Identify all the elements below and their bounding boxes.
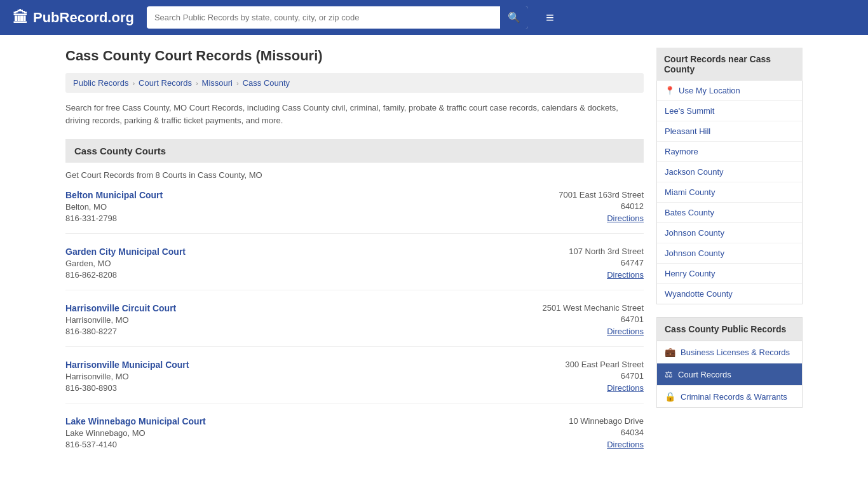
search-input[interactable] <box>147 8 500 27</box>
site-header: 🏛 PubRecord.org 🔍 ≡ <box>0 0 868 35</box>
court-city-2: Harrisonville, MO <box>65 315 517 325</box>
logo-text: PubRecord.org <box>33 10 134 26</box>
court-city-0: Belton, MO <box>65 202 517 212</box>
pubrecords-business[interactable]: 💼 Business Licenses & Records <box>657 341 802 363</box>
use-location-link[interactable]: Use My Location <box>679 86 740 95</box>
court-entry: Belton Municipal Court Belton, MO 816-33… <box>65 190 644 234</box>
court-address-1: 107 North 3rd Street <box>517 247 644 256</box>
nearby-wyandotte-county[interactable]: Wyandotte County <box>657 284 802 304</box>
page-description: Search for free Cass County, MO Court Re… <box>65 102 644 126</box>
nearby-pleasant-hill[interactable]: Pleasant Hill <box>657 121 802 142</box>
breadcrumb-public-records[interactable]: Public Records <box>73 78 128 88</box>
court-entry: Garden City Municipal Court Garden, MO 8… <box>65 247 644 290</box>
search-icon: 🔍 <box>508 12 520 23</box>
pubrecords-court[interactable]: ⚖ Court Records <box>657 363 802 386</box>
nearby-list: 📍 Use My Location Lee's Summit Pleasant … <box>656 81 803 304</box>
criminal-link[interactable]: Criminal Records & Warrants <box>681 392 787 402</box>
court-link[interactable]: Court Records <box>678 370 731 379</box>
court-address-3: 300 East Pearl Street <box>517 360 644 369</box>
court-zip-3: 64701 <box>517 371 644 381</box>
nearby-johnson-county-2[interactable]: Johnson County <box>657 243 802 264</box>
pubrecords-criminal[interactable]: 🔒 Criminal Records & Warrants <box>657 386 802 407</box>
court-right-2: 2501 West Mechanic Street 64701 Directio… <box>517 303 644 336</box>
nearby-lees-summit[interactable]: Lee's Summit <box>657 101 802 121</box>
business-icon: 💼 <box>665 347 675 357</box>
court-left-0: Belton Municipal Court Belton, MO 816-33… <box>65 190 517 223</box>
nearby-bates-county[interactable]: Bates County <box>657 203 802 223</box>
court-entry: Lake Winnebago Municipal Court Lake Winn… <box>65 416 644 459</box>
logo[interactable]: 🏛 PubRecord.org <box>13 9 134 27</box>
court-address-4: 10 Winnebago Drive <box>517 416 644 426</box>
search-button[interactable]: 🔍 <box>500 6 528 29</box>
nearby-johnson-county-1[interactable]: Johnson County <box>657 223 802 243</box>
court-left-1: Garden City Municipal Court Garden, MO 8… <box>65 247 517 280</box>
court-name-4[interactable]: Lake Winnebago Municipal Court <box>65 416 517 426</box>
court-phone-3: 816-380-8903 <box>65 383 517 393</box>
nearby-henry-county[interactable]: Henry County <box>657 264 802 284</box>
section-header: Cass County Courts <box>65 139 644 163</box>
court-directions-1[interactable]: Directions <box>607 270 644 280</box>
nearby-jackson-county[interactable]: Jackson County <box>657 162 802 182</box>
court-right-0: 7001 East 163rd Street 64012 Directions <box>517 190 644 223</box>
court-directions-2[interactable]: Directions <box>607 327 644 336</box>
court-name-1[interactable]: Garden City Municipal Court <box>65 247 517 257</box>
court-city-4: Lake Winnebago, MO <box>65 428 517 438</box>
court-name-2[interactable]: Harrisonville Circuit Court <box>65 303 517 313</box>
public-records-box: Cass County Public Records 💼 Business Li… <box>656 317 803 408</box>
court-address-2: 2501 West Mechanic Street <box>517 303 644 313</box>
court-zip-0: 64012 <box>517 201 644 211</box>
court-right-1: 107 North 3rd Street 64747 Directions <box>517 247 644 280</box>
business-link[interactable]: Business Licenses & Records <box>681 348 790 357</box>
court-directions-4[interactable]: Directions <box>607 440 644 449</box>
court-icon: ⚖ <box>665 369 673 379</box>
breadcrumb-missouri[interactable]: Missouri <box>202 78 233 88</box>
court-phone-0: 816-331-2798 <box>65 214 517 223</box>
location-pin-icon: 📍 <box>665 86 675 95</box>
breadcrumb-sep-3: › <box>236 79 239 87</box>
nearby-miami-county[interactable]: Miami County <box>657 182 802 203</box>
court-right-4: 10 Winnebago Drive 64034 Directions <box>517 416 644 449</box>
court-name-3[interactable]: Harrisonville Municipal Court <box>65 360 517 370</box>
criminal-icon: 🔒 <box>665 391 675 402</box>
court-zip-2: 64701 <box>517 315 644 324</box>
court-phone-1: 816-862-8208 <box>65 270 517 280</box>
court-address-0: 7001 East 163rd Street <box>517 190 644 200</box>
court-zip-4: 64034 <box>517 428 644 437</box>
use-location-item[interactable]: 📍 Use My Location <box>657 81 802 101</box>
breadcrumb-sep-2: › <box>196 79 198 87</box>
main-container: Cass County Court Records (Missouri) Pub… <box>53 35 815 485</box>
nearby-box: Court Records near Cass County 📍 Use My … <box>656 48 803 304</box>
courts-count: Get Court Records from 8 Courts in Cass … <box>65 170 644 180</box>
page-title: Cass County Court Records (Missouri) <box>65 48 644 64</box>
court-entry: Harrisonville Circuit Court Harrisonvill… <box>65 303 644 347</box>
court-phone-4: 816-537-4140 <box>65 440 517 449</box>
search-bar: 🔍 <box>147 6 528 29</box>
menu-icon: ≡ <box>546 10 554 25</box>
court-phone-2: 816-380-8227 <box>65 327 517 336</box>
nearby-header: Court Records near Cass County <box>656 48 803 81</box>
sidebar: Court Records near Cass County 📍 Use My … <box>656 48 803 472</box>
court-left-2: Harrisonville Circuit Court Harrisonvill… <box>65 303 517 336</box>
content-area: Cass County Court Records (Missouri) Pub… <box>65 48 644 472</box>
court-city-1: Garden, MO <box>65 259 517 268</box>
court-name-0[interactable]: Belton Municipal Court <box>65 190 517 200</box>
breadcrumb-sep-1: › <box>132 79 135 87</box>
public-records-header: Cass County Public Records <box>657 318 802 341</box>
breadcrumb: Public Records › Court Records › Missour… <box>65 73 644 93</box>
court-directions-3[interactable]: Directions <box>607 383 644 393</box>
logo-icon: 🏛 <box>13 9 28 27</box>
breadcrumb-court-records[interactable]: Court Records <box>139 78 192 88</box>
court-left-4: Lake Winnebago Municipal Court Lake Winn… <box>65 416 517 449</box>
court-city-3: Harrisonville, MO <box>65 372 517 381</box>
breadcrumb-cass-county[interactable]: Cass County <box>243 78 290 88</box>
nearby-raymore[interactable]: Raymore <box>657 142 802 162</box>
court-directions-0[interactable]: Directions <box>607 214 644 223</box>
courts-list: Belton Municipal Court Belton, MO 816-33… <box>65 190 644 459</box>
court-right-3: 300 East Pearl Street 64701 Directions <box>517 360 644 393</box>
court-zip-1: 64747 <box>517 258 644 268</box>
court-entry: Harrisonville Municipal Court Harrisonvi… <box>65 360 644 403</box>
menu-button[interactable]: ≡ <box>541 8 559 27</box>
court-left-3: Harrisonville Municipal Court Harrisonvi… <box>65 360 517 393</box>
